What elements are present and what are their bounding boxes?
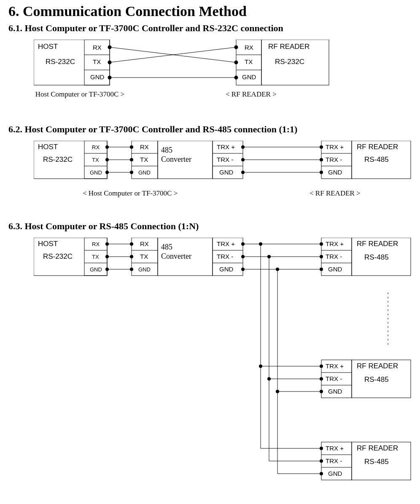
reader-sub: RS-232C [275,58,304,66]
host-sub: RS-232C [46,58,75,66]
r1-label: RF READER [357,240,398,248]
r1-trxm: TRX - [326,253,342,260]
r3-sub: RS-485 [364,458,389,466]
pin-gnd: GND [90,73,105,80]
r3-label: RF READER [357,444,398,452]
section-6-3-heading: 6.3. Host Computer or RS-485 Connection … [8,221,412,232]
caption-host-61: < Host Computer or TF-3700C > [34,90,124,98]
reader-trxm-62: TRX - [326,156,342,163]
conv-label2-63: Converter [161,252,191,260]
pin-rx: RX [93,44,102,51]
host-sub-62: RS-232C [43,155,73,164]
caption-reader-61: < RF READER > [226,90,277,98]
section-6-1-heading: 6.1. Host Computer or TF-3700C Controlle… [8,23,412,34]
section-6-2-heading: 6.2. Host Computer or TF-3700C Controlle… [8,124,412,135]
caption-host-62: < Host Computer or TF-3700C > [83,189,178,197]
host-label-62: HOST [38,143,58,151]
conv-gnd-l: GND [138,169,151,176]
host-label: HOST [38,43,58,51]
r3-trxm: TRX - [326,457,342,464]
conv-trxm-63: TRX - [217,253,233,260]
r2-gnd: GND [328,388,342,395]
conv-tx: TX [140,156,148,163]
r1-sub: RS-485 [364,253,389,261]
conv-label1-63: 485 [161,243,172,251]
pin-tx-63: TX [92,254,99,260]
pin-gnd-62: GND [90,169,102,176]
pin-gnd-63: GND [90,266,102,273]
r1-gnd: GND [328,265,342,273]
conv-trxp: TRX + [217,143,235,150]
pin-tx-r: TX [245,58,253,65]
conv-gnd-l-63: GND [138,266,151,273]
conv-gnd-r-63: GND [219,265,234,273]
diagram-6-3: HOST RS-232C RX TX GND RX TX GND 485 Con… [34,238,412,495]
host-label-63: HOST [38,240,58,248]
reader-sub-62: RS-485 [364,155,389,164]
pin-rx-r: RX [245,44,253,51]
diagram-6-2: HOST RS-232C RX TX GND RX TX GND 485 Con… [34,141,412,208]
conv-trxm: TRX - [217,156,233,163]
reader-label-62: RF READER [357,143,398,151]
host-sub-63: RS-232C [43,252,73,260]
r2-label: RF READER [357,362,398,370]
conv-label2-62: Converter [161,155,191,164]
r2-trxp: TRX + [326,362,344,370]
reader-gnd-62: GND [328,169,342,176]
r2-trxm: TRX - [326,375,342,382]
caption-reader-62: < RF READER > [310,189,361,197]
conv-gnd-r: GND [219,169,234,176]
r2-sub: RS-485 [364,375,389,383]
pin-tx: TX [93,58,101,65]
svg-point-88 [320,268,323,271]
conv-rx-63: RX [140,240,149,247]
page-title: 6. Communication Connection Method [8,3,412,19]
svg-point-86 [320,242,323,246]
conv-rx: RX [140,143,149,150]
pin-rx-63: RX [92,241,100,247]
reader-label: RF READER [268,43,310,51]
r1-trxp: TRX + [326,240,344,247]
svg-point-87 [320,255,323,258]
r3-gnd: GND [328,470,342,477]
reader-trxp-62: TRX + [326,143,344,150]
diagram-6-1: HOST RS-232C RX TX GND RF READER RS-232C… [34,40,412,111]
pin-gnd-r: GND [242,73,256,80]
r3-trxp: TRX + [326,445,344,452]
conv-tx-63: TX [140,253,148,260]
pin-rx-62: RX [92,144,100,150]
conv-label1-62: 485 [161,146,172,154]
pin-tx-62: TX [92,157,99,163]
conv-trxp-63: TRX + [217,240,235,247]
